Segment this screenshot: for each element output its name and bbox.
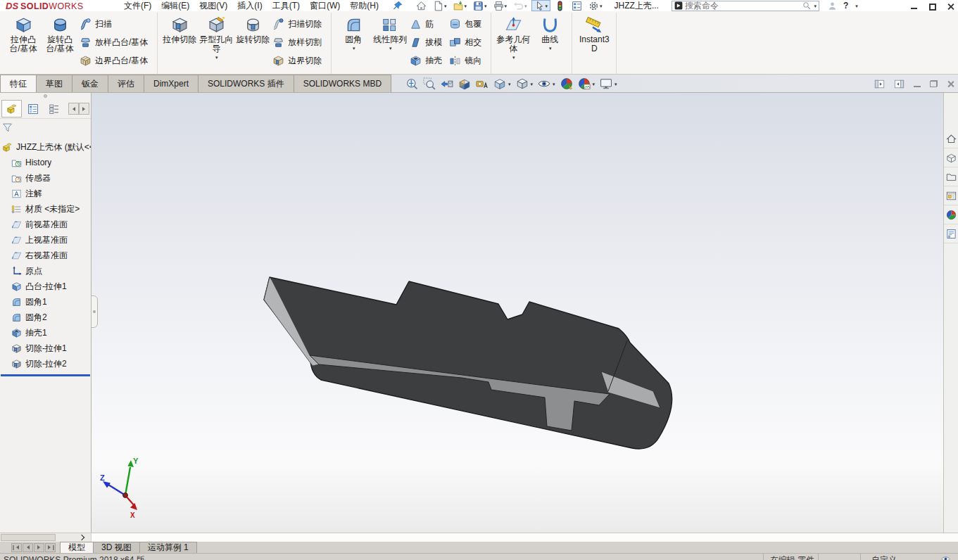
qat-save-button[interactable]: ▾ [471, 0, 489, 11]
doc-close-button[interactable] [947, 80, 954, 88]
tree-item-fillet2[interactable]: 圆角2 [0, 310, 91, 325]
qat-rebuild-button[interactable] [553, 0, 567, 11]
ribbon-button-wrap[interactable]: 包覆 [449, 15, 486, 33]
tab-featuremanager-tree[interactable] [1, 100, 22, 117]
ribbon-button-linear-pattern[interactable]: 线性阵列▾ [372, 13, 408, 72]
display-style-button[interactable]: ▾ [516, 77, 534, 90]
bottom-tab-3d-views[interactable]: 3D 视图 [93, 542, 140, 553]
tree-item-boss-extrude1[interactable]: 凸台-拉伸1 [0, 279, 91, 294]
ribbon-button-hole-wizard[interactable]: 异型孔向导▾ [198, 13, 234, 72]
taskpane-appearances-scenes-button[interactable] [944, 205, 958, 224]
ribbon-button-draft[interactable]: 拔模 [410, 34, 446, 51]
nav-previous-button[interactable] [23, 543, 33, 552]
search-caret-icon[interactable]: ▾ [814, 4, 817, 8]
view-settings-button[interactable]: ▾ [600, 77, 617, 90]
maximize-button[interactable] [928, 1, 937, 11]
ribbon-button-reference-geometry[interactable]: 参考几何体▾ [495, 13, 531, 72]
section-view-button[interactable] [458, 77, 471, 90]
status-customize-button[interactable]: 自定义 [871, 554, 897, 560]
tree-item-fillet1[interactable]: 圆角1 [0, 294, 91, 310]
tab-sketch[interactable]: 草图 [36, 75, 73, 92]
qat-options-button[interactable]: ▾ [586, 0, 605, 11]
tree-item-history[interactable]: History [0, 155, 91, 170]
ribbon-button-intersect[interactable]: 相交 [449, 34, 486, 51]
menu-window[interactable]: 窗口(W) [310, 0, 340, 12]
ribbon-button-lofted-boss-base[interactable]: 放样凸台/基体 [80, 34, 152, 51]
filter-icon[interactable] [2, 122, 13, 133]
tree-item-front-plane[interactable]: 前视基准面 [0, 217, 91, 232]
previous-view-button[interactable] [441, 77, 453, 90]
ribbon-button-swept-boss-base[interactable]: 扫描 [80, 15, 152, 33]
tree-item-part-root[interactable]: JHZZ上壳体 (默认<< [0, 139, 91, 155]
tab-sheet-metal[interactable]: 钣金 [72, 75, 108, 92]
tree-item-top-plane[interactable]: 上视基准面 [0, 232, 91, 248]
user-account-icon[interactable] [828, 1, 837, 11]
tab-propertymanager[interactable] [23, 100, 43, 117]
ribbon-button-extruded-cut[interactable]: 拉伸切除 [161, 13, 198, 72]
qat-open-button[interactable]: ▾ [451, 0, 469, 11]
ribbon-button-extruded-boss-base[interactable]: 拉伸凸台/基体 [5, 13, 42, 72]
zoom-to-fit-button[interactable] [405, 77, 418, 90]
tab-dimxpert[interactable]: DimXpert [144, 75, 198, 92]
ribbon-button-boundary-boss-base[interactable]: 边界凸台/基体 [80, 52, 152, 70]
ribbon-button-revolved-cut[interactable]: 旋转切除 [234, 13, 271, 72]
collapse-left-pane-icon[interactable] [874, 79, 885, 89]
ribbon-button-revolved-boss-base[interactable]: 旋转凸台/基体 [42, 13, 78, 72]
tree-item-cut-extrude2[interactable]: 切除-拉伸2 [0, 356, 91, 371]
tree-item-right-plane[interactable]: 右视基准面 [0, 248, 91, 263]
ribbon-button-boundary-cut[interactable]: 边界切除 [272, 52, 326, 70]
status-eye-icon[interactable] [941, 554, 950, 560]
search-input[interactable] [685, 1, 800, 11]
splitter-grab-handle[interactable] [91, 295, 98, 328]
panel-expand-icon[interactable] [79, 535, 84, 540]
graphics-viewport[interactable]: Y Z X [99, 93, 943, 533]
taskpane-solidworks-resources-button[interactable] [944, 129, 958, 148]
search-icon[interactable] [802, 1, 811, 10]
nav-first-button[interactable] [11, 543, 22, 552]
menu-file[interactable]: 文件(F) [124, 0, 151, 12]
tree-item-material[interactable]: 材质 <未指定> [0, 201, 91, 217]
apply-scene-button[interactable]: ▾ [578, 77, 595, 90]
collapse-right-pane-icon[interactable] [894, 79, 905, 89]
rollback-bar[interactable] [1, 374, 90, 376]
menu-edit[interactable]: 编辑(E) [161, 0, 189, 12]
tab-evaluate[interactable]: 评估 [108, 75, 144, 92]
bottom-tab-motion-study-1[interactable]: 运动算例 1 [139, 542, 197, 553]
menu-view[interactable]: 视图(V) [199, 0, 227, 12]
panel-horizontal-scrollbar[interactable] [0, 533, 92, 542]
panel-tab-scroll-left[interactable] [68, 103, 79, 115]
minimize-button[interactable] [909, 1, 919, 11]
hide-show-items-button[interactable]: ▾ [538, 77, 555, 90]
ribbon-button-lofted-cut[interactable]: 放样切割 [272, 34, 326, 51]
panel-splitter-handle[interactable] [0, 93, 91, 99]
panel-resize-splitter[interactable] [92, 93, 99, 533]
help-button[interactable]: ? [843, 1, 848, 11]
qat-new-document-button[interactable]: ▾ [431, 0, 449, 11]
taskpane-custom-properties-button[interactable] [944, 224, 958, 243]
qat-undo-button[interactable]: ▾ [511, 0, 529, 11]
doc-minimize-button[interactable] [914, 86, 921, 87]
menu-insert[interactable]: 插入(I) [237, 0, 262, 12]
ribbon-button-shell[interactable]: 抽壳 [410, 52, 446, 70]
close-button[interactable] [946, 1, 955, 11]
tab-solidworks-mbd[interactable]: SOLIDWORKS MBD [294, 75, 391, 92]
view-annotations-button[interactable] [476, 77, 489, 90]
qat-select-button[interactable]: ▾ [531, 0, 551, 11]
taskpane-file-explorer-button[interactable] [944, 167, 958, 186]
view-orientation-button[interactable]: ▾ [493, 77, 511, 90]
qat-home-button[interactable] [414, 0, 429, 11]
help-caret-icon[interactable]: ▾ [855, 4, 858, 8]
zoom-to-area-button[interactable] [423, 77, 436, 90]
menu-help[interactable]: 帮助(H) [350, 0, 379, 12]
tree-item-shell1[interactable]: 抽壳1 [0, 325, 91, 341]
ribbon-button-instant3d[interactable]: Instant3D [576, 13, 612, 72]
ribbon-button-curves[interactable]: 曲线▾ [531, 13, 568, 72]
nav-last-button[interactable] [45, 543, 56, 552]
tree-item-origin[interactable]: 原点 [0, 263, 91, 279]
menu-tools[interactable]: 工具(T) [272, 0, 300, 12]
taskpane-view-palette-button[interactable] [944, 186, 958, 205]
ribbon-button-mirror[interactable]: 镜向 [449, 52, 486, 70]
ribbon-button-rib[interactable]: 筋 [410, 15, 446, 33]
tree-item-cut-extrude1[interactable]: 切除-拉伸1 [0, 341, 91, 356]
tree-item-sensors[interactable]: 传感器 [0, 170, 91, 186]
